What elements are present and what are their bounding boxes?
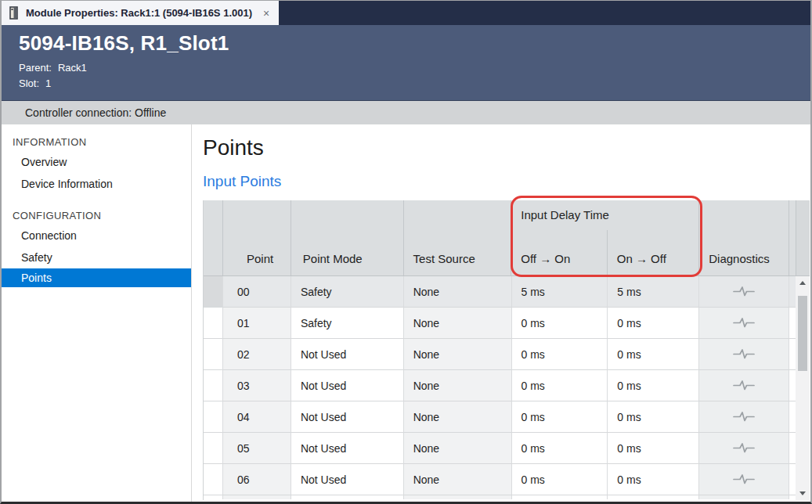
test-source-cell[interactable]: None xyxy=(404,308,512,339)
diagnostics-pulse-icon xyxy=(732,380,756,391)
sidebar-item-connection[interactable]: Connection xyxy=(2,225,191,247)
dialog-body: INFORMATION Overview Device Information … xyxy=(2,124,810,502)
scrollbar-track[interactable] xyxy=(796,276,810,500)
on-to-off-cell[interactable]: 0 ms xyxy=(608,401,699,433)
row-indicator-cell[interactable] xyxy=(204,464,223,495)
on-to-off-cell[interactable]: 0 ms xyxy=(608,464,699,495)
off-to-on-cell[interactable]: 0 ms xyxy=(512,433,608,464)
point-cell[interactable]: 01 xyxy=(223,308,291,339)
test-source-cell[interactable]: None xyxy=(404,401,512,433)
parent-label: Parent: xyxy=(19,62,52,74)
diagnostics-pulse-icon xyxy=(732,473,756,485)
module-header: 5094-IB16S, R1_Slot1 Parent:Rack1 Slot:1 xyxy=(2,25,810,100)
tab-module-properties[interactable]: Module Properties: Rack1:1 (5094-IB16S 1… xyxy=(2,1,279,25)
filler-cell xyxy=(789,370,796,401)
row-indicator-cell[interactable] xyxy=(204,308,223,339)
scroll-up-icon xyxy=(799,281,806,285)
point-cell[interactable]: 06 xyxy=(223,464,291,495)
off-to-on-cell[interactable]: 0 ms xyxy=(512,370,608,401)
point-mode-cell[interactable]: Not Used xyxy=(291,339,404,370)
test-source-cell[interactable]: None xyxy=(404,433,512,464)
off-to-on-cell[interactable]: 0 ms xyxy=(512,308,608,339)
parent-value: Rack1 xyxy=(58,62,87,74)
row-indicator-cell[interactable] xyxy=(204,276,223,308)
input-delay-time-group-header: Input Delay Time Off → On On → Off xyxy=(511,200,699,275)
point-cell[interactable]: 03 xyxy=(223,370,291,401)
tab-bar: Module Properties: Rack1:1 (5094-IB16S 1… xyxy=(2,1,810,25)
sidebar-item-safety[interactable]: Safety xyxy=(2,247,191,268)
point-mode-cell[interactable]: Not Used xyxy=(291,401,404,433)
off-to-on-cell[interactable]: 0 ms xyxy=(512,401,608,433)
off-to-on-cell[interactable]: 0 ms xyxy=(512,464,608,495)
module-slot-line: Slot:1 xyxy=(19,76,810,92)
controller-connection-bar: Controller connection: Offline xyxy=(2,100,810,124)
sidebar-section-information: INFORMATION xyxy=(2,132,191,151)
diagnostics-cell[interactable] xyxy=(699,464,789,495)
point-mode-header: Point Mode xyxy=(291,200,404,275)
sidebar-item-overview[interactable]: Overview xyxy=(2,151,191,173)
point-cell[interactable]: 05 xyxy=(223,433,291,464)
row-indicator-cell[interactable] xyxy=(204,495,223,499)
row-indicator-cell[interactable] xyxy=(204,433,223,464)
module-properties-window: Module Properties: Rack1:1 (5094-IB16S 1… xyxy=(0,0,812,504)
table-body: 00 Safety None 5 ms 5 ms 01 Safety None … xyxy=(204,276,796,499)
test-source-cell[interactable]: None xyxy=(404,370,512,401)
input-points-table: Point Point Mode Test Source Input Delay… xyxy=(203,200,796,500)
on-to-off-cell[interactable] xyxy=(608,495,699,499)
point-cell[interactable]: 02 xyxy=(223,339,291,370)
diagnostics-cell[interactable] xyxy=(699,495,789,499)
diagnostics-cell[interactable] xyxy=(699,370,789,401)
row-indicator-cell[interactable] xyxy=(204,401,223,433)
diagnostics-cell[interactable] xyxy=(699,276,789,308)
row-indicator-cell[interactable] xyxy=(204,370,223,401)
diagnostics-cell[interactable] xyxy=(699,401,789,433)
test-source-cell[interactable]: None xyxy=(404,276,512,308)
scrollbar-thumb[interactable] xyxy=(798,296,807,371)
point-cell[interactable]: 04 xyxy=(223,401,291,433)
point-cell[interactable] xyxy=(223,495,291,499)
diagnostics-pulse-icon xyxy=(732,286,756,297)
row-indicator-cell[interactable] xyxy=(204,339,223,370)
tab-close-icon[interactable]: × xyxy=(263,8,269,19)
off-to-on-cell[interactable]: 5 ms xyxy=(512,276,608,308)
scroll-up-button[interactable] xyxy=(796,276,810,290)
filler-header xyxy=(789,200,796,275)
input-points-table-wrap: Point Point Mode Test Source Input Delay… xyxy=(203,200,810,500)
on-to-off-cell[interactable]: 5 ms xyxy=(608,276,699,308)
module-icon xyxy=(9,6,20,20)
test-source-cell[interactable]: None xyxy=(404,464,512,495)
point-mode-cell[interactable] xyxy=(291,495,404,499)
sidebar-item-device-information[interactable]: Device Information xyxy=(2,173,191,195)
on-to-off-cell[interactable]: 0 ms xyxy=(608,339,699,370)
diagnostics-cell[interactable] xyxy=(699,339,789,370)
table-row: 01 Safety None 0 ms 0 ms xyxy=(204,308,796,339)
sidebar-section-configuration: CONFIGURATION xyxy=(2,206,191,225)
test-source-cell[interactable]: None xyxy=(404,339,512,370)
point-cell[interactable]: 00 xyxy=(223,276,291,308)
point-mode-cell[interactable]: Not Used xyxy=(291,464,404,495)
diagnostics-pulse-icon xyxy=(732,411,756,423)
off-to-on-cell[interactable]: 0 ms xyxy=(512,339,608,370)
off-to-on-cell[interactable] xyxy=(512,495,608,499)
on-to-off-cell[interactable]: 0 ms xyxy=(608,308,699,339)
on-to-off-cell[interactable]: 0 ms xyxy=(608,370,699,401)
on-to-off-cell[interactable]: 0 ms xyxy=(608,433,699,464)
diagnostics-cell[interactable] xyxy=(699,308,789,339)
vertical-scrollbar xyxy=(796,200,810,500)
sidebar-item-points[interactable]: Points xyxy=(2,268,191,287)
module-title: 5094-IB16S, R1_Slot1 xyxy=(19,31,810,56)
filler-cell xyxy=(789,276,796,308)
point-mode-cell[interactable]: Safety xyxy=(291,308,404,339)
diagnostics-pulse-icon xyxy=(732,317,756,329)
diagnostics-cell[interactable] xyxy=(699,433,789,464)
point-mode-cell[interactable]: Not Used xyxy=(291,433,404,464)
point-mode-cell[interactable]: Safety xyxy=(291,276,404,308)
filler-cell xyxy=(789,464,796,495)
table-row: 03 Not Used None 0 ms 0 ms xyxy=(204,370,796,401)
table-row: 02 Not Used None 0 ms 0 ms xyxy=(204,339,796,370)
filler-cell xyxy=(789,401,796,433)
point-mode-cell[interactable]: Not Used xyxy=(291,370,404,401)
test-source-cell[interactable] xyxy=(404,495,512,499)
filler-cell xyxy=(789,495,796,499)
scroll-down-button[interactable] xyxy=(796,487,810,500)
